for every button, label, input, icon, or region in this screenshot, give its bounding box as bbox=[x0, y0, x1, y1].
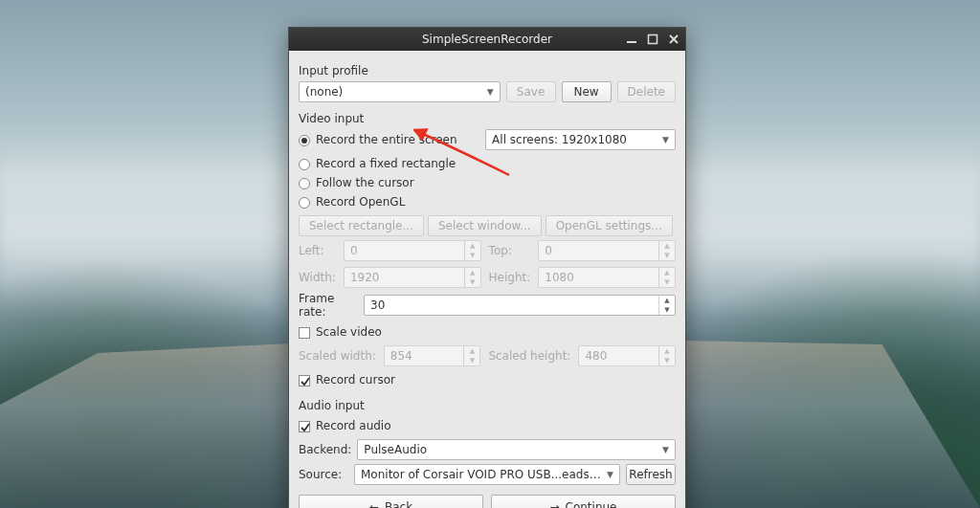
scale-video-checkbox[interactable]: Scale video bbox=[299, 322, 676, 342]
checkbox-icon bbox=[299, 375, 310, 387]
minimize-icon[interactable] bbox=[624, 33, 639, 46]
profile-delete-button: Delete bbox=[617, 81, 676, 102]
window-title: SimpleScreenRecorder bbox=[422, 33, 552, 46]
record-opengl-label: Record OpenGL bbox=[316, 195, 405, 209]
video-input-section-label: Video input bbox=[299, 112, 676, 125]
checkbox-icon bbox=[299, 421, 310, 432]
checkbox-icon bbox=[299, 327, 310, 339]
record-opengl-radio[interactable]: Record OpenGL bbox=[299, 192, 676, 211]
left-value: 0 bbox=[350, 244, 358, 257]
radio-icon bbox=[299, 197, 310, 209]
opengl-settings-button: OpenGL settings... bbox=[546, 215, 673, 236]
spin-up-icon: ▲ bbox=[659, 268, 675, 277]
radio-icon bbox=[299, 159, 310, 170]
source-label: Source: bbox=[299, 468, 348, 481]
record-cursor-label: Record cursor bbox=[316, 373, 395, 387]
title-bar[interactable]: SimpleScreenRecorder bbox=[289, 28, 685, 51]
input-profile-value: (none) bbox=[305, 85, 343, 99]
height-spin: 1080 ▲▼ bbox=[538, 267, 676, 288]
audio-input-section-label: Audio input bbox=[299, 399, 676, 412]
frame-rate-spin[interactable]: 30 ▲▼ bbox=[364, 295, 676, 316]
height-value: 1080 bbox=[545, 271, 574, 284]
scaled-width-label: Scaled width: bbox=[299, 349, 376, 363]
height-label: Height: bbox=[489, 271, 531, 284]
continue-button[interactable]: → Continue bbox=[491, 495, 676, 508]
chevron-down-icon: ▼ bbox=[607, 470, 613, 479]
frame-rate-value: 30 bbox=[370, 298, 385, 312]
backend-value: PulseAudio bbox=[364, 443, 427, 456]
back-label: Back bbox=[385, 500, 412, 508]
spin-down-icon: ▼ bbox=[465, 251, 480, 260]
svg-rect-0 bbox=[627, 41, 636, 43]
spin-down-icon: ▼ bbox=[659, 356, 675, 365]
record-entire-screen-label: Record the entire screen bbox=[316, 133, 457, 146]
profile-save-button: Save bbox=[506, 81, 556, 102]
input-profile-section-label: Input profile bbox=[299, 64, 676, 77]
record-cursor-checkbox[interactable]: Record cursor bbox=[299, 370, 676, 389]
chevron-down-icon: ▼ bbox=[487, 87, 494, 97]
refresh-source-button[interactable]: Refresh bbox=[626, 464, 676, 485]
spin-down-icon[interactable]: ▼ bbox=[659, 305, 675, 315]
spin-up-icon: ▲ bbox=[465, 241, 480, 251]
record-audio-checkbox[interactable]: Record audio bbox=[299, 416, 676, 435]
radio-icon bbox=[299, 178, 310, 189]
source-value: Monitor of Corsair VOID PRO USB...eadset… bbox=[361, 468, 603, 481]
record-fixed-rectangle-label: Record a fixed rectangle bbox=[316, 157, 456, 170]
select-rectangle-button: Select rectangle... bbox=[299, 215, 424, 236]
record-audio-label: Record audio bbox=[316, 419, 391, 432]
source-combo[interactable]: Monitor of Corsair VOID PRO USB...eadset… bbox=[354, 464, 620, 485]
spin-up-icon: ▲ bbox=[465, 268, 480, 277]
window-controls bbox=[624, 28, 681, 51]
follow-cursor-radio[interactable]: Follow the cursor bbox=[299, 173, 676, 192]
scaled-height-label: Scaled height: bbox=[488, 349, 570, 363]
record-entire-screen-radio[interactable]: Record the entire screen bbox=[299, 130, 479, 149]
top-label: Top: bbox=[489, 244, 531, 257]
arrow-left-icon: ← bbox=[369, 500, 379, 508]
window-content: Input profile (none) ▼ Save New Delete V… bbox=[289, 51, 685, 508]
follow-cursor-label: Follow the cursor bbox=[316, 176, 414, 189]
spin-down-icon: ▼ bbox=[659, 277, 675, 287]
scaled-width-spin: 854 ▲▼ bbox=[384, 345, 481, 366]
backend-combo[interactable]: PulseAudio ▼ bbox=[357, 439, 676, 460]
spin-down-icon: ▼ bbox=[659, 251, 675, 260]
width-value: 1920 bbox=[350, 271, 380, 284]
left-label: Left: bbox=[299, 244, 336, 257]
spin-up-icon: ▲ bbox=[659, 241, 675, 251]
left-spin: 0 ▲▼ bbox=[344, 240, 481, 261]
spin-up-icon: ▲ bbox=[464, 346, 479, 356]
backend-label: Backend: bbox=[299, 443, 351, 456]
record-fixed-rectangle-radio[interactable]: Record a fixed rectangle bbox=[299, 154, 676, 173]
width-label: Width: bbox=[299, 271, 336, 284]
width-spin: 1920 ▲▼ bbox=[344, 267, 481, 288]
spin-down-icon: ▼ bbox=[465, 277, 480, 287]
svg-rect-1 bbox=[649, 35, 657, 44]
scale-video-label: Scale video bbox=[316, 325, 382, 339]
maximize-icon[interactable] bbox=[645, 33, 660, 46]
spin-up-icon[interactable]: ▲ bbox=[659, 296, 675, 305]
spin-down-icon: ▼ bbox=[464, 356, 479, 365]
radio-icon bbox=[299, 135, 310, 146]
top-value: 0 bbox=[545, 244, 552, 257]
spin-up-icon: ▲ bbox=[659, 346, 675, 356]
back-button[interactable]: ← Back bbox=[299, 495, 483, 508]
input-profile-combo[interactable]: (none) ▼ bbox=[299, 81, 501, 102]
select-window-button: Select window... bbox=[428, 215, 542, 236]
scaled-height-value: 480 bbox=[585, 349, 607, 363]
screen-select-value: All screens: 1920x1080 bbox=[492, 133, 627, 146]
profile-new-button[interactable]: New bbox=[562, 81, 612, 102]
arrow-right-icon: → bbox=[549, 500, 559, 508]
chevron-down-icon: ▼ bbox=[662, 445, 669, 454]
top-spin: 0 ▲▼ bbox=[538, 240, 676, 261]
frame-rate-label: Frame rate: bbox=[299, 292, 358, 319]
continue-label: Continue bbox=[566, 500, 617, 508]
app-window: SimpleScreenRecorder Input profile (none… bbox=[288, 27, 686, 508]
chevron-down-icon: ▼ bbox=[662, 135, 669, 144]
close-icon[interactable] bbox=[666, 33, 681, 46]
scaled-width-value: 854 bbox=[390, 349, 412, 363]
screen-select-combo[interactable]: All screens: 1920x1080 ▼ bbox=[485, 129, 676, 150]
scaled-height-spin: 480 ▲▼ bbox=[578, 345, 676, 366]
